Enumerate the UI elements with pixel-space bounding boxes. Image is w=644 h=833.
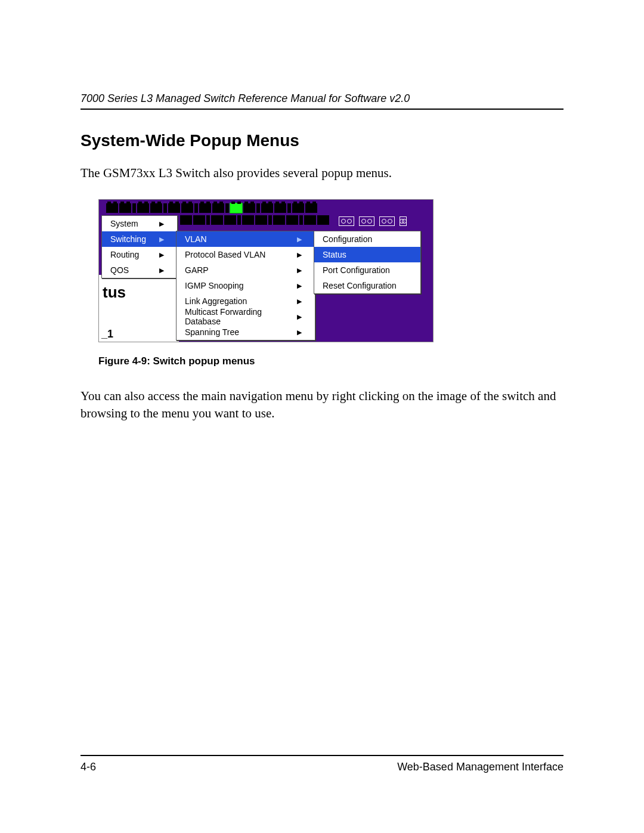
port-separator bbox=[287, 203, 291, 213]
page-number: 4-6 bbox=[80, 761, 96, 773]
menu-item-system[interactable]: System ▶ bbox=[102, 216, 177, 231]
menu-item-protocol-based-vlan[interactable]: Protocol Based VLAN ▶ bbox=[177, 247, 315, 262]
section-heading: System-Wide Popup Menus bbox=[80, 131, 564, 150]
port-separator bbox=[237, 215, 241, 225]
submenu-arrow-icon: ▶ bbox=[159, 265, 164, 275]
menu-item-status[interactable]: Status bbox=[314, 247, 420, 262]
menu-label: VLAN bbox=[185, 234, 207, 244]
menu-label: QOS bbox=[110, 265, 129, 275]
menu-item-switching[interactable]: Switching ▶ bbox=[102, 231, 177, 247]
port-icon bbox=[137, 203, 149, 213]
menu-label: System bbox=[110, 219, 138, 228]
submenu-arrow-icon: ▶ bbox=[159, 234, 164, 244]
submenu-arrow-icon: ▶ bbox=[297, 234, 302, 244]
port-icon bbox=[181, 203, 193, 213]
menu-item-routing[interactable]: Routing ▶ bbox=[102, 247, 177, 262]
port-icon bbox=[119, 203, 131, 213]
menu-label: Status bbox=[323, 250, 346, 259]
running-header: 7000 Series L3 Managed Switch Reference … bbox=[80, 92, 564, 110]
figure-container: tus _1 bbox=[98, 199, 432, 367]
submenu-arrow-icon: ▶ bbox=[159, 219, 164, 228]
popup-menu-level1: System ▶ Switching ▶ Routing ▶ QOS ▶ bbox=[101, 215, 178, 278]
port-icon bbox=[211, 215, 223, 225]
port-separator bbox=[299, 215, 303, 225]
submenu-arrow-icon: ▶ bbox=[297, 265, 302, 275]
submenu-arrow-icon: ▶ bbox=[297, 250, 302, 259]
intro-paragraph: The GSM73xx L3 Switch also provides seve… bbox=[80, 165, 564, 181]
port-icon bbox=[199, 203, 211, 213]
footer-section-title: Web-Based Management Interface bbox=[397, 761, 564, 773]
port-icon bbox=[168, 203, 180, 213]
fiber-port-icon bbox=[339, 216, 354, 226]
menu-label: Link Aggregation bbox=[185, 296, 247, 306]
submenu-arrow-icon: ▶ bbox=[297, 327, 302, 337]
menu-item-igmp-snooping[interactable]: IGMP Snooping ▶ bbox=[177, 278, 315, 293]
port-separator bbox=[132, 203, 136, 213]
port-icon bbox=[292, 203, 304, 213]
menu-label: Protocol Based VLAN bbox=[185, 250, 265, 259]
menu-label: IGMP Snooping bbox=[185, 281, 244, 290]
fiber-port-icon bbox=[379, 216, 395, 226]
port-icon bbox=[286, 215, 298, 225]
switch-ui-screenshot: tus _1 bbox=[98, 199, 434, 342]
port-icon bbox=[242, 215, 254, 225]
port-icon bbox=[150, 203, 162, 213]
port-separator bbox=[256, 203, 260, 213]
menu-label: Configuration bbox=[323, 234, 372, 244]
fiber-port-icon bbox=[400, 216, 407, 226]
menu-label: Multicast Forwarding Database bbox=[185, 307, 291, 326]
menu-item-garp[interactable]: GARP ▶ bbox=[177, 262, 315, 278]
menu-item-reset-configuration[interactable]: Reset Configuration bbox=[314, 278, 420, 293]
menu-item-configuration[interactable]: Configuration bbox=[314, 231, 420, 247]
menu-label: Port Configuration bbox=[323, 265, 390, 275]
menu-label: GARP bbox=[185, 265, 209, 275]
partial-corner-text: _1 bbox=[101, 328, 113, 340]
port-separator bbox=[194, 203, 198, 213]
port-icon-active bbox=[230, 203, 242, 213]
port-separator bbox=[225, 203, 229, 213]
port-icon bbox=[212, 203, 224, 213]
port-separator bbox=[163, 203, 167, 213]
port-icon bbox=[261, 203, 273, 213]
partial-status-text: tus bbox=[103, 283, 126, 302]
popup-menu-level3: Configuration Status Port Configuration … bbox=[314, 231, 421, 294]
port-icon bbox=[304, 215, 316, 225]
port-icon bbox=[193, 215, 205, 225]
port-icon bbox=[243, 203, 255, 213]
submenu-arrow-icon: ▶ bbox=[297, 296, 302, 306]
port-icon bbox=[180, 215, 192, 225]
port-icon bbox=[274, 203, 286, 213]
port-icon bbox=[255, 215, 267, 225]
port-icon bbox=[273, 215, 285, 225]
page-footer: 4-6 Web-Based Management Interface bbox=[80, 755, 564, 773]
menu-item-spanning-tree[interactable]: Spanning Tree ▶ bbox=[177, 324, 315, 340]
submenu-arrow-icon: ▶ bbox=[159, 250, 164, 259]
menu-label: Reset Configuration bbox=[323, 281, 397, 290]
port-icon bbox=[106, 203, 118, 213]
port-icon bbox=[224, 215, 236, 225]
menu-item-qos[interactable]: QOS ▶ bbox=[102, 262, 177, 278]
port-separator bbox=[206, 215, 210, 225]
port-icon bbox=[317, 215, 329, 225]
fiber-port-icon bbox=[359, 216, 374, 226]
menu-label: Switching bbox=[110, 234, 146, 244]
port-icon bbox=[305, 203, 317, 213]
menu-label: Spanning Tree bbox=[185, 327, 239, 337]
submenu-arrow-icon: ▶ bbox=[297, 281, 302, 290]
popup-menu-level2: VLAN ▶ Protocol Based VLAN ▶ GARP ▶ IGMP… bbox=[176, 231, 315, 340]
submenu-arrow-icon: ▶ bbox=[297, 312, 302, 321]
post-figure-paragraph: You can also access the main navigation … bbox=[80, 388, 564, 422]
document-page: 7000 Series L3 Managed Switch Reference … bbox=[0, 0, 644, 833]
menu-item-port-configuration[interactable]: Port Configuration bbox=[314, 262, 420, 278]
menu-item-multicast-forwarding-database[interactable]: Multicast Forwarding Database ▶ bbox=[177, 309, 315, 324]
menu-item-vlan[interactable]: VLAN ▶ bbox=[177, 231, 315, 247]
figure-caption: Figure 4-9: Switch popup menus bbox=[98, 355, 432, 367]
menu-label: Routing bbox=[110, 250, 139, 259]
port-separator bbox=[268, 215, 272, 225]
